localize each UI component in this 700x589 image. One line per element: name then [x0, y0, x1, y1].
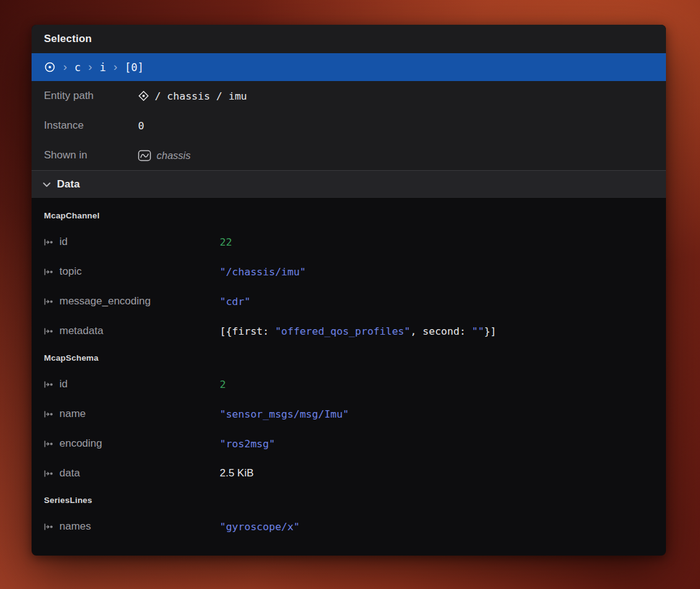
row-value: "ros2msg" [220, 438, 275, 450]
row-label: names [59, 520, 91, 533]
data-row: names "gyroscope/x" [32, 512, 666, 541]
row-label: metadata [59, 325, 103, 337]
row-value: "sensor_msgs/msg/Imu" [220, 408, 349, 420]
row-value: 2.5 KiB [220, 467, 254, 479]
row-value: "cdr" [220, 296, 251, 307]
entity-path-text: / chassis / imu [155, 90, 247, 102]
recording-icon[interactable] [44, 61, 56, 73]
group-title-mcapschema: McapSchema [32, 346, 666, 369]
component-icon [44, 411, 53, 418]
metadata-part: , second: [410, 325, 472, 337]
metadata-part-string: "" [472, 325, 484, 337]
metadata-part: [{first: [220, 325, 275, 337]
component-icon [44, 298, 53, 305]
row-label: id [59, 236, 67, 248]
data-row: data 2.5 KiB [32, 458, 666, 488]
component-icon [44, 269, 53, 275]
instance-value: 0 [138, 120, 144, 132]
data-row: id 22 [32, 227, 666, 257]
row-label: message_encoding [59, 295, 150, 307]
group-title-mcapchannel: McapChannel [32, 204, 666, 227]
panel-titlebar: Selection [32, 25, 666, 53]
component-icon [44, 328, 53, 335]
component-icon [44, 441, 53, 447]
data-row: name "sensor_msgs/msg/Imu" [32, 399, 666, 429]
row-label: topic [59, 265, 82, 278]
row-value: 22 [220, 236, 232, 248]
entity-icon [138, 90, 149, 101]
data-section-title: Data [57, 178, 80, 191]
data-section-body: McapChannel id 22 [32, 199, 666, 541]
entity-path-label: Entity path [44, 90, 138, 102]
instance-row: Instance 0 [32, 111, 666, 140]
data-row: id 2 [32, 369, 666, 399]
component-icon [44, 381, 53, 388]
row-value: "/chassis/imu" [220, 266, 306, 278]
selection-properties: Entity path / chassis / imu Instance 0 S… [32, 81, 666, 170]
instance-label: Instance [44, 119, 138, 132]
breadcrumb-item-entity[interactable]: i [100, 61, 106, 74]
component-icon [44, 470, 53, 477]
data-row: topic "/chassis/imu" [32, 257, 666, 286]
panel-title: Selection [44, 33, 92, 45]
row-label: name [59, 408, 86, 420]
chevron-down-icon [43, 182, 51, 187]
breadcrumb: › c › i › [0] [32, 53, 666, 81]
shown-in-row: Shown in chassis [32, 140, 666, 170]
selection-panel: Selection › c › i › [0] Entity path [32, 25, 666, 556]
chevron-right-icon: › [113, 61, 117, 72]
component-icon [44, 523, 53, 530]
breadcrumb-item-container[interactable]: c [74, 61, 80, 74]
timeseries-view-icon [138, 150, 151, 161]
row-value: "gyroscope/x" [220, 521, 300, 533]
entity-path-row: Entity path / chassis / imu [32, 81, 666, 111]
metadata-part-string: "offered_qos_profiles" [275, 325, 410, 337]
shown-in-label: Shown in [44, 149, 138, 161]
component-icon [44, 239, 53, 246]
shown-in-view-name: chassis [157, 150, 191, 161]
chevron-right-icon: › [63, 61, 67, 72]
chevron-right-icon: › [89, 61, 92, 72]
data-row: metadata [{first: "offered_qos_profiles"… [32, 316, 666, 346]
row-label: id [59, 378, 67, 390]
data-section-header[interactable]: Data [32, 170, 666, 199]
data-row: encoding "ros2msg" [32, 429, 666, 458]
row-label: encoding [59, 437, 102, 450]
shown-in-view-link[interactable]: chassis [138, 150, 191, 161]
row-value: 2 [220, 379, 226, 390]
breadcrumb-item-instance[interactable]: [0] [124, 61, 144, 74]
row-label: data [59, 467, 80, 479]
metadata-part: }] [484, 325, 496, 337]
row-value: [{first: "offered_qos_profiles", second:… [220, 325, 496, 337]
data-row: message_encoding "cdr" [32, 286, 666, 316]
entity-path-value[interactable]: / chassis / imu [138, 90, 247, 102]
group-title-serieslines: SeriesLines [32, 488, 666, 512]
